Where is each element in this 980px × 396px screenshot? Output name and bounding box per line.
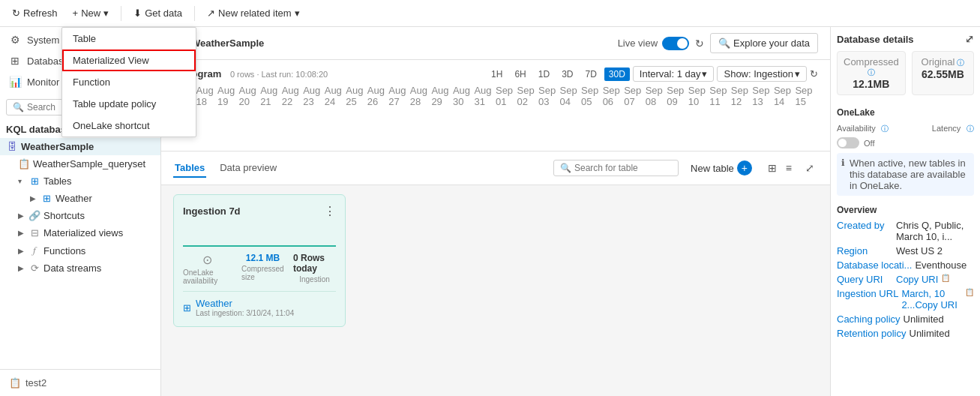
explore-icon: 🔍 (718, 38, 730, 49)
sidebar-item-data-streams[interactable]: ▶ ⟳ Data streams (0, 260, 160, 277)
sidebar-item-tables[interactable]: ▾ ⊞ Tables (0, 172, 160, 190)
db-icon: 🗄 (6, 141, 18, 152)
time-btn-1h[interactable]: 1H (487, 68, 507, 81)
overview-db-location: Database locati... Eventhouse (837, 260, 974, 271)
copy-uri-link[interactable]: Copy URI (896, 274, 938, 285)
original-info-icon[interactable]: ⓘ (957, 58, 964, 67)
ingestion-url-link[interactable]: March, 10 2...Copy URI (901, 288, 962, 310)
onelake-section: OneLake Availability ⓘ Latency ⓘ Off ℹ W… (837, 107, 974, 196)
chevron-right-icon5: ▶ (18, 264, 25, 272)
list-view-button[interactable]: ≡ (782, 160, 796, 176)
live-view-toggle: Live view (618, 37, 689, 50)
shortcuts-icon: 🔗 (28, 210, 40, 221)
card-table-row: ⊞ Weather Last ingestion: 3/10/24, 11:04 (183, 291, 336, 317)
get-data-button[interactable]: ⬇ Get data (127, 4, 188, 22)
search-table-input[interactable] (574, 163, 672, 173)
functions-icon: 𝑓 (28, 244, 40, 256)
copy-icon[interactable]: 📋 (941, 274, 950, 285)
card-stats: ⊙ OneLake availability 12.1 MB Compresse… (183, 253, 336, 285)
sidebar-item-weathersample[interactable]: 🗄 WeatherSample (0, 138, 160, 155)
plus-icon: + (73, 8, 79, 19)
time-btn-6h[interactable]: 6H (510, 68, 530, 81)
tables-actions: 🔍 New table + ⊞ ≡ ⤢ (553, 158, 818, 178)
compressed-stat: 12.1 MB Compressed size (241, 253, 284, 285)
time-btn-30d[interactable]: 30D (604, 68, 630, 81)
interval-button[interactable]: Interval: 1 day ▾ (633, 66, 715, 82)
time-btn-3d[interactable]: 3D (557, 68, 577, 81)
availability-label: Availability (837, 124, 876, 133)
overview-region: Region West US 2 (837, 245, 974, 256)
new-related-button[interactable]: ↗ New related item ▾ (201, 4, 306, 22)
tab-tables[interactable]: Tables (173, 159, 206, 178)
content-header: 🗄 WeatherSample Live view ↻ 🔍 Explore yo… (161, 27, 830, 60)
sidebar-item-queryset[interactable]: 📋 WeatherSample_queryset (0, 155, 160, 172)
content-area: 🗄 WeatherSample Live view ↻ 🔍 Explore yo… (161, 27, 830, 396)
chevron-right-icon3: ▶ (18, 229, 25, 237)
overview-retention-policy: Retention policy Unlimited (837, 328, 974, 339)
time-controls: 1H 6H 1D 3D 7D 30D Interval: 1 day ▾ Sho… (487, 66, 818, 82)
sidebar-item-weather[interactable]: ▶ ⊞ Weather (0, 190, 160, 207)
time-btn-7d[interactable]: 7D (580, 68, 601, 81)
show-button[interactable]: Show: Ingestion ▾ (717, 66, 807, 82)
search-table-box[interactable]: 🔍 (553, 160, 679, 176)
divider2 (194, 6, 195, 21)
compressed-stat-box: Compressed ⓘ 12.1MB (837, 51, 906, 95)
sidebar-item-test2[interactable]: 📋 test2 (6, 374, 154, 392)
overview-caching-policy: Caching policy Unlimited (837, 314, 974, 325)
view-toggle-buttons: ⊞ ≡ (764, 160, 796, 176)
card-header: Ingestion 7d ⋮ (183, 204, 336, 218)
chevron-down-icon: ▾ (103, 8, 109, 19)
chevron-right-icon4: ▶ (18, 247, 25, 255)
content-actions: Live view ↻ 🔍 Explore your data (618, 33, 818, 53)
copy-icon2[interactable]: 📋 (965, 288, 974, 310)
time-btn-1d[interactable]: 1D (534, 68, 554, 81)
dropdown-item-materialized-view[interactable]: Materialized View (62, 50, 196, 71)
refresh-button[interactable]: ↻ Refresh (6, 4, 64, 22)
dropdown-item-table[interactable]: Table (62, 28, 196, 50)
sidebar-item-materialized-views[interactable]: ▶ ⊟ Materialized views (0, 224, 160, 242)
dropdown-item-onelake-shortcut[interactable]: OneLake shortcut (62, 115, 196, 136)
search-table-icon: 🔍 (560, 163, 571, 173)
download-icon: ⬇ (133, 8, 142, 19)
database-icon: ⊞ (9, 55, 21, 67)
onelake-toggle[interactable] (837, 137, 859, 148)
card-chart-line (183, 245, 336, 247)
compressed-value: 12.1MB (844, 78, 899, 90)
chevron-down-icon6: ▾ (702, 68, 707, 80)
chevron-down-icon3: ▾ (18, 177, 25, 185)
refresh-icon2[interactable]: ↻ (695, 38, 704, 50)
live-view-switch[interactable] (662, 37, 689, 50)
external-icon: ↗ (207, 8, 215, 19)
sidebar-item-functions[interactable]: ▶ 𝑓 Functions (0, 242, 160, 260)
chevron-down-icon2: ▾ (295, 8, 300, 19)
new-table-button[interactable]: New table + (685, 158, 758, 178)
card-menu-button[interactable]: ⋮ (324, 204, 336, 218)
panel-expand-icon[interactable]: ⤢ (965, 33, 974, 45)
availability-info-icon[interactable]: ⓘ (881, 124, 889, 133)
dropdown-item-table-update-policy[interactable]: Table update policy (62, 93, 196, 115)
new-dropdown-menu: Table Materialized View Function Table u… (61, 27, 196, 137)
grid-view-button[interactable]: ⊞ (764, 160, 781, 176)
chart-date-labels: Aug 17 Aug 18 Aug 19 Aug 20 Aug 21 Aug 2… (173, 85, 818, 107)
tables-section: Tables Data preview 🔍 New table + ⊞ ≡ (161, 152, 830, 396)
database-details-title: Database details ⤢ (837, 33, 974, 45)
sidebar-bottom: 📋 test2 (0, 369, 160, 396)
test-icon: 📋 (9, 377, 21, 388)
compressed-info-icon[interactable]: ⓘ (868, 68, 875, 76)
histogram-refresh-icon[interactable]: ↻ (810, 68, 818, 80)
tab-data-preview[interactable]: Data preview (218, 159, 278, 178)
original-value: 62.55MB (919, 68, 967, 80)
explore-button[interactable]: 🔍 Explore your data (710, 33, 818, 53)
mat-views-icon: ⊟ (28, 227, 40, 238)
weather-table-link[interactable]: Weather (196, 298, 294, 309)
dropdown-item-function[interactable]: Function (62, 71, 196, 93)
new-button[interactable]: + New ▾ (67, 4, 115, 22)
card-chart (183, 224, 336, 247)
expand-button[interactable]: ⤢ (802, 160, 818, 176)
overview-ingestion-url: Ingestion URL March, 10 2...Copy URI 📋 (837, 288, 974, 310)
tables-icon: ⊞ (28, 176, 40, 187)
stats-grid: Compressed ⓘ 12.1MB Original ⓘ 62.55MB (837, 51, 974, 95)
latency-info-icon[interactable]: ⓘ (967, 124, 974, 133)
tables-content: Ingestion 7d ⋮ ⊙ OneLake availability 12… (161, 185, 830, 396)
sidebar-item-shortcuts[interactable]: ▶ 🔗 Shortcuts (0, 207, 160, 224)
